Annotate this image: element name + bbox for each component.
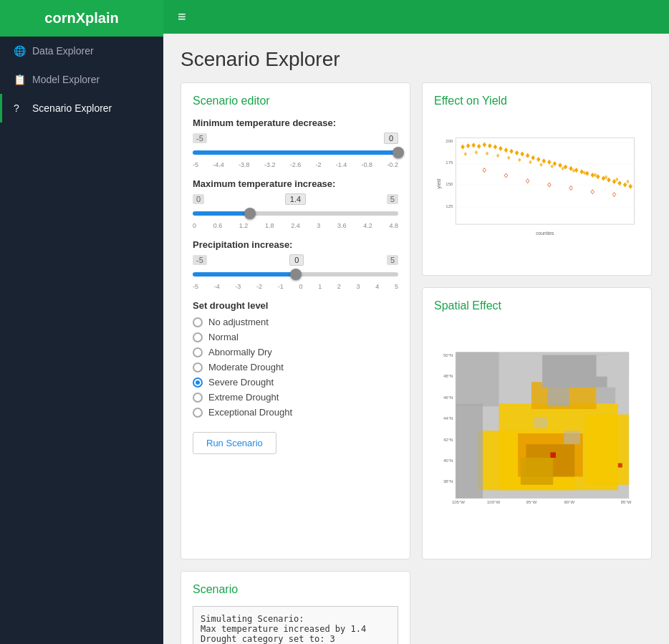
svg-text:125: 125 — [446, 204, 453, 208]
min-temp-label: Minimum temperature decrease: — [193, 117, 398, 128]
min-temp-min: -5 — [193, 133, 207, 143]
sidebar-item-data-explorer[interactable]: 🌐 Data Explorer — [0, 37, 163, 65]
scenario-output-title: Scenario — [193, 583, 398, 596]
sidebar-label-data-explorer: Data Explorer — [32, 45, 94, 57]
precip-ticks: -5 -4 -3 -2 -1 0 1 2 3 4 5 — [193, 283, 398, 290]
radio-exceptional-drought[interactable] — [193, 408, 203, 418]
svg-rect-90 — [456, 403, 483, 498]
radio-abnormally-dry[interactable] — [193, 347, 203, 357]
content-grid: Scenario editor Minimum temperature decr… — [181, 82, 652, 644]
drought-option-abnormally-dry[interactable]: Abnormally Dry — [193, 347, 398, 357]
min-temp-value: 0 — [384, 133, 398, 144]
scenario-editor-panel: Scenario editor Minimum temperature decr… — [181, 82, 410, 559]
svg-text:85°W: 85°W — [621, 500, 632, 504]
svg-text:175: 175 — [446, 160, 453, 165]
radio-moderate-drought[interactable] — [193, 362, 203, 373]
run-scenario-button[interactable]: Run Scenario — [193, 432, 276, 454]
question-icon: ? — [14, 102, 27, 114]
drought-option-no-adjustment[interactable]: No adjustment — [193, 317, 398, 327]
precip-thumb[interactable] — [290, 269, 302, 280]
sidebar-item-model-explorer[interactable]: 📋 Model Explorer — [0, 65, 163, 94]
drought-option-moderate-drought[interactable]: Moderate Drought — [193, 362, 398, 373]
svg-text:46°N: 46°N — [443, 395, 453, 400]
max-temp-range-row: 0 1.4 5 — [193, 193, 398, 205]
svg-text:50°N: 50°N — [443, 354, 453, 358]
drought-option-extreme-drought[interactable]: Extreme Drought — [193, 392, 398, 403]
content-area: Scenario Explorer Scenario editor Minimu… — [163, 34, 669, 644]
sidebar-label-model-explorer: Model Explorer — [32, 74, 100, 85]
page-title: Scenario Explorer — [181, 48, 652, 71]
top-nav: ≡ — [163, 0, 669, 34]
min-temp-slider-container: Minimum temperature decrease: -5 0 -5 -4… — [193, 117, 398, 168]
hamburger-button[interactable]: ≡ — [178, 9, 186, 25]
label-abnormally-dry: Abnormally Dry — [208, 347, 272, 357]
svg-rect-94 — [564, 431, 580, 444]
drought-option-exceptional-drought[interactable]: Exceptional Drought — [193, 407, 398, 418]
spatial-effect-chart: 50°N 48°N 46°N 44°N 42°N 40°N 38°N 105°W… — [434, 322, 640, 544]
min-temp-thumb[interactable] — [393, 147, 404, 158]
svg-rect-0 — [456, 138, 634, 224]
svg-text:counties: counties — [536, 231, 554, 236]
svg-text:44°N: 44°N — [443, 416, 453, 420]
precip-range-row: -5 0 5 — [193, 254, 398, 266]
precip-fill — [193, 272, 398, 277]
scenario-line3: Drought category set to: 3 — [201, 634, 390, 644]
max-temp-min: 0 — [193, 194, 204, 204]
precip-max: 5 — [387, 255, 398, 265]
svg-text:90°W: 90°W — [564, 500, 574, 504]
svg-text:150: 150 — [446, 182, 453, 186]
radio-no-adjustment[interactable] — [193, 317, 203, 327]
svg-rect-85 — [597, 355, 629, 376]
max-temp-ticks: 0 0.6 1.2 1.8 2.4 3 3.6 4.2 4.8 — [193, 222, 398, 229]
precip-track[interactable] — [193, 267, 398, 282]
svg-text:95°W: 95°W — [526, 500, 537, 504]
max-temp-thumb[interactable] — [244, 208, 256, 219]
spatial-effect-panel: Spatial Effect 50°N 48°N 46°N 44°N 42°N … — [422, 287, 652, 559]
svg-rect-92 — [550, 452, 556, 458]
effect-on-yield-chart: yield 200 175 150 125 counties — [434, 117, 640, 261]
effect-on-yield-panel: Effect on Yield yield 200 175 150 125 — [422, 82, 652, 276]
sidebar-item-scenario-explorer[interactable]: ? Scenario Explorer — [0, 94, 163, 122]
drought-option-severe-drought[interactable]: Severe Drought — [193, 377, 398, 388]
radio-normal[interactable] — [193, 332, 203, 342]
svg-rect-95 — [534, 417, 548, 428]
radio-extreme-drought[interactable] — [193, 393, 203, 403]
drought-section: Set drought level No adjustment Normal A… — [193, 300, 398, 418]
sidebar-header: cornXplain — [0, 0, 163, 37]
drought-option-normal[interactable]: Normal — [193, 332, 398, 342]
drought-title: Set drought level — [193, 300, 398, 311]
label-extreme-drought: Extreme Drought — [208, 392, 279, 403]
svg-text:38°N: 38°N — [443, 479, 453, 484]
max-temp-fill — [193, 211, 398, 216]
min-temp-range-row: -5 0 — [193, 133, 398, 144]
min-temp-track[interactable] — [193, 145, 398, 160]
precip-label: Precipitation increase: — [193, 239, 398, 250]
scenario-output-panel: Scenario Simulating Scenario: Max temper… — [181, 571, 410, 644]
spatial-effect-title: Spatial Effect — [434, 299, 640, 312]
svg-rect-96 — [597, 388, 615, 404]
svg-text:200: 200 — [446, 139, 453, 143]
svg-text:48°N: 48°N — [443, 374, 453, 378]
label-exceptional-drought: Exceptional Drought — [208, 407, 292, 418]
scenario-editor-title: Scenario editor — [193, 95, 398, 107]
max-temp-track[interactable] — [193, 206, 398, 221]
effect-on-yield-title: Effect on Yield — [434, 95, 640, 107]
sidebar-label-scenario-explorer: Scenario Explorer — [32, 102, 112, 114]
min-temp-fill — [193, 150, 398, 155]
svg-text:yield: yield — [436, 178, 442, 188]
precip-min: -5 — [193, 255, 207, 265]
max-temp-label: Maximum temperature increase: — [193, 178, 398, 189]
app-logo: cornXplain — [44, 10, 118, 26]
right-panels: Effect on Yield yield 200 175 150 125 — [422, 82, 652, 559]
max-temp-value: 1.4 — [285, 193, 306, 205]
svg-text:40°N: 40°N — [443, 458, 453, 463]
globe-icon: 🌐 — [14, 45, 27, 57]
label-moderate-drought: Moderate Drought — [208, 362, 284, 373]
label-no-adjustment: No adjustment — [208, 317, 269, 327]
svg-rect-91 — [521, 458, 553, 485]
main-content: ≡ Scenario Explorer Scenario editor Mini… — [163, 0, 669, 644]
svg-text:105°W: 105°W — [452, 500, 465, 504]
svg-rect-88 — [585, 415, 628, 485]
radio-severe-drought[interactable] — [193, 378, 203, 388]
max-temp-slider-container: Maximum temperature increase: 0 1.4 5 0 … — [193, 178, 398, 229]
